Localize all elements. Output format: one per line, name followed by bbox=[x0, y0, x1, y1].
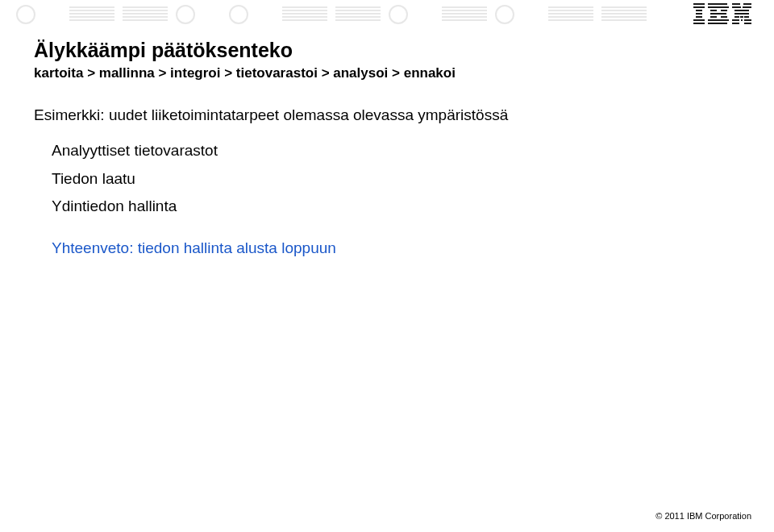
svg-rect-66 bbox=[744, 16, 749, 18]
body-indent-block: Analyyttiset tietovarastot Tiedon laatu … bbox=[52, 138, 740, 219]
svg-rect-55 bbox=[708, 23, 727, 24]
svg-rect-53 bbox=[721, 16, 727, 18]
svg-rect-62 bbox=[734, 13, 739, 15]
svg-rect-49 bbox=[710, 10, 717, 11]
svg-rect-58 bbox=[732, 6, 741, 8]
svg-rect-37 bbox=[601, 13, 647, 15]
logo-ibm-icon bbox=[600, 3, 648, 26]
svg-rect-3 bbox=[69, 13, 114, 15]
svg-rect-34 bbox=[548, 19, 593, 21]
slide-subtitle: kartoita > mallinna > integroi > tietova… bbox=[34, 65, 740, 81]
svg-rect-54 bbox=[708, 19, 729, 21]
body-sub-3: Ydintiedon hallinta bbox=[52, 193, 740, 219]
logo-seal-icon bbox=[493, 3, 542, 26]
svg-rect-69 bbox=[744, 19, 751, 21]
svg-rect-25 bbox=[442, 10, 487, 11]
logo-ibm-icon bbox=[334, 3, 382, 26]
svg-rect-6 bbox=[123, 6, 168, 8]
svg-rect-24 bbox=[442, 6, 487, 8]
logo-ibm-icon bbox=[440, 3, 489, 26]
svg-point-11 bbox=[177, 6, 194, 23]
svg-rect-52 bbox=[710, 16, 717, 18]
svg-rect-10 bbox=[123, 19, 168, 21]
svg-rect-40 bbox=[693, 3, 705, 5]
svg-rect-35 bbox=[601, 6, 647, 8]
svg-rect-51 bbox=[710, 13, 726, 15]
svg-rect-28 bbox=[442, 19, 487, 21]
body-sub-2: Tiedon laatu bbox=[52, 166, 740, 192]
svg-rect-47 bbox=[708, 3, 727, 5]
svg-rect-14 bbox=[282, 10, 327, 11]
logo-ibm-icon bbox=[547, 3, 595, 26]
svg-rect-72 bbox=[744, 23, 751, 24]
svg-rect-64 bbox=[744, 13, 749, 15]
highlight-text: Yhteenveto: tiedon hallinta alusta loppu… bbox=[52, 239, 336, 256]
logo-seal-icon bbox=[174, 3, 223, 26]
svg-rect-68 bbox=[732, 19, 739, 21]
svg-rect-27 bbox=[442, 16, 487, 18]
svg-rect-22 bbox=[335, 19, 381, 21]
svg-rect-57 bbox=[743, 3, 751, 5]
svg-rect-8 bbox=[123, 13, 168, 15]
logo-seal-icon bbox=[15, 3, 63, 26]
logo-strip-faded bbox=[0, 0, 774, 29]
svg-rect-16 bbox=[282, 16, 327, 18]
svg-rect-44 bbox=[696, 16, 702, 18]
body-line-1: Esimerkki: uudet liiketoimintatarpeet ol… bbox=[34, 102, 740, 128]
logo-seal-icon bbox=[227, 3, 276, 26]
logo-ibm-icon bbox=[121, 3, 169, 26]
logo-ibm-icon bbox=[281, 3, 329, 26]
svg-rect-19 bbox=[335, 10, 381, 11]
svg-rect-67 bbox=[740, 16, 743, 18]
svg-rect-39 bbox=[601, 19, 647, 21]
svg-rect-26 bbox=[442, 13, 487, 15]
body-text: Esimerkki: uudet liiketoimintatarpeet ol… bbox=[34, 102, 740, 261]
svg-rect-43 bbox=[696, 13, 702, 15]
svg-rect-41 bbox=[693, 6, 705, 8]
svg-rect-46 bbox=[693, 23, 705, 24]
svg-point-0 bbox=[17, 6, 35, 23]
content-area: Älykkäämpi päätöksenteko kartoita > mall… bbox=[34, 39, 740, 261]
svg-rect-21 bbox=[335, 16, 381, 18]
svg-point-23 bbox=[389, 6, 407, 23]
svg-rect-4 bbox=[69, 16, 114, 18]
svg-point-12 bbox=[230, 6, 248, 23]
svg-rect-17 bbox=[282, 19, 327, 21]
svg-rect-42 bbox=[696, 10, 702, 11]
svg-rect-13 bbox=[282, 6, 327, 8]
footer-copyright: © 2011 IBM Corporation bbox=[655, 511, 751, 521]
svg-rect-15 bbox=[282, 13, 327, 15]
svg-rect-65 bbox=[734, 16, 739, 18]
svg-rect-9 bbox=[123, 16, 168, 18]
svg-rect-48 bbox=[708, 6, 729, 8]
slide: Älykkäämpi päätöksenteko kartoita > mall… bbox=[0, 0, 774, 532]
svg-rect-60 bbox=[734, 10, 742, 11]
ibm-logo-icon bbox=[693, 3, 751, 26]
svg-rect-59 bbox=[743, 6, 751, 8]
logo-seal-icon bbox=[387, 3, 435, 26]
svg-rect-20 bbox=[335, 13, 381, 15]
svg-rect-45 bbox=[693, 19, 705, 21]
svg-rect-38 bbox=[601, 16, 647, 18]
svg-rect-63 bbox=[739, 13, 744, 15]
svg-rect-50 bbox=[721, 10, 727, 11]
svg-rect-61 bbox=[742, 10, 749, 11]
highlight-row: Yhteenveto: tiedon hallinta alusta loppu… bbox=[52, 235, 740, 261]
svg-point-29 bbox=[496, 6, 514, 23]
svg-rect-2 bbox=[69, 10, 114, 11]
svg-rect-31 bbox=[548, 10, 593, 11]
svg-rect-5 bbox=[69, 19, 114, 21]
svg-rect-36 bbox=[601, 10, 647, 11]
svg-rect-7 bbox=[123, 10, 168, 11]
svg-rect-1 bbox=[69, 6, 114, 8]
slide-title: Älykkäämpi päätöksenteko bbox=[34, 39, 740, 62]
svg-rect-18 bbox=[335, 6, 381, 8]
svg-rect-56 bbox=[732, 3, 740, 5]
svg-rect-71 bbox=[732, 23, 739, 24]
svg-rect-30 bbox=[548, 6, 593, 8]
svg-rect-33 bbox=[548, 16, 593, 18]
logo-ibm-icon bbox=[68, 3, 116, 26]
svg-rect-32 bbox=[548, 13, 593, 15]
body-sub-1: Analyyttiset tietovarastot bbox=[52, 138, 740, 164]
svg-rect-70 bbox=[741, 19, 743, 21]
